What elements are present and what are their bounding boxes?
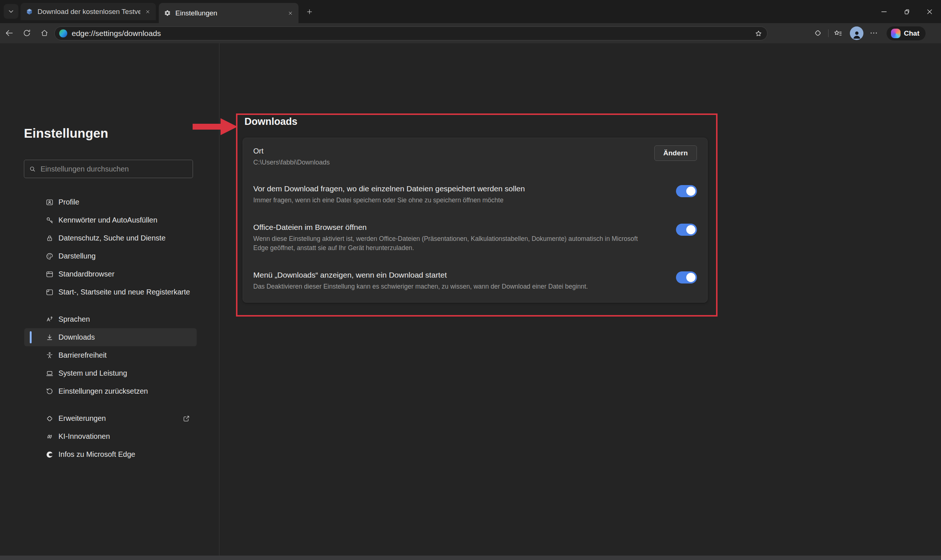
new-tab-icon — [46, 288, 54, 296]
favorites-button[interactable] — [831, 27, 844, 39]
reload-icon — [22, 29, 31, 37]
palette-icon — [46, 252, 54, 260]
sidebar-item-label: Start-, Startseite und neue Registerkart… — [59, 288, 190, 296]
reload-button[interactable] — [21, 27, 33, 39]
accessibility-icon — [46, 351, 54, 360]
favorite-star-icon[interactable] — [754, 29, 763, 38]
tab-search-button[interactable] — [4, 4, 19, 19]
sidebar-item-label: Sprachen — [59, 315, 90, 323]
setting-text: Vor dem Download fragen, wo die einzelne… — [253, 185, 676, 205]
sidebar-item-label: Darstellung — [59, 252, 96, 260]
open-office-files-row: Office-Dateien im Browser öffnen Wenn di… — [253, 223, 697, 253]
copilot-logo-icon — [891, 29, 901, 38]
window-controls — [873, 0, 941, 23]
copilot-icon — [46, 432, 54, 441]
person-icon — [851, 29, 862, 40]
key-icon — [46, 216, 54, 225]
sidebar-item-downloads[interactable]: Downloads — [24, 328, 197, 346]
close-button[interactable] — [918, 0, 941, 23]
setting-title: Vor dem Download fragen, wo die einzelne… — [253, 185, 650, 193]
lock-icon — [46, 234, 54, 242]
sidebar-item-label: Datenschutz, Suche und Dienste — [59, 234, 165, 242]
settings-nav: Profile Kennwörter und AutoAusfüllen Dat… — [24, 193, 197, 463]
back-arrow-icon — [5, 28, 14, 38]
languages-icon — [46, 315, 54, 323]
tab-einstellungen[interactable]: Einstellungen — [159, 3, 298, 23]
sidebar-item-about-edge[interactable]: Infos zu Microsoft Edge — [24, 445, 197, 463]
back-button[interactable] — [3, 27, 15, 39]
extensions-button[interactable] — [811, 27, 824, 39]
gear-icon — [164, 9, 171, 17]
sidebar-item-label: System und Leistung — [59, 369, 127, 377]
sidebar-item-passwords[interactable]: Kennwörter und AutoAusfüllen — [24, 211, 197, 229]
profile-avatar[interactable] — [850, 26, 864, 40]
search-input[interactable] — [40, 165, 188, 174]
browser-window-icon — [46, 270, 54, 278]
download-location-row: Ort C:\Users\fabbi\Downloads Ändern — [253, 147, 697, 166]
change-location-button[interactable]: Ändern — [654, 145, 697, 161]
sidebar-item-ai-innovations[interactable]: KI-Innovationen — [24, 428, 197, 445]
annotation-arrow — [193, 115, 239, 138]
settings-search-box[interactable] — [24, 160, 193, 178]
sidebar-item-privacy[interactable]: Datenschutz, Suche und Dienste — [24, 229, 197, 247]
plus-icon — [306, 8, 313, 15]
sidebar-item-start-home[interactable]: Start-, Startseite und neue Registerkart… — [24, 283, 197, 301]
external-link-icon — [183, 415, 190, 422]
sidebar-item-default-browser[interactable]: Standardbrowser — [24, 265, 197, 283]
location-label: Ort — [253, 147, 330, 155]
sidebar-item-extensions[interactable]: Erweiterungen — [24, 409, 197, 428]
search-icon — [29, 165, 36, 173]
sidebar-item-label: Downloads — [59, 333, 95, 342]
setting-description: Immer fragen, wenn ich eine Datei speich… — [253, 196, 650, 205]
ask-before-download-row: Vor dem Download fragen, wo die einzelne… — [253, 185, 697, 205]
extensions-icon — [813, 29, 822, 37]
sidebar-item-label: Infos zu Microsoft Edge — [59, 450, 135, 458]
sidebar-item-label: KI-Innovationen — [59, 432, 110, 441]
sidebar-item-label: Kennwörter und AutoAusfüllen — [59, 216, 157, 225]
setting-description: Das Deaktivieren dieser Einstellung kann… — [253, 282, 650, 291]
sidebar-item-system[interactable]: System und Leistung — [24, 364, 197, 382]
settings-more-button[interactable] — [867, 27, 880, 39]
sidebar-item-accessibility[interactable]: Barrierefreiheit — [24, 346, 197, 364]
favorites-bar-icon — [833, 29, 842, 38]
settings-page: Einstellungen Profile Kennwörter und Aut… — [0, 43, 941, 555]
show-downloads-menu-row: Menü „Downloads“ anzeigen, wenn ein Down… — [253, 271, 697, 291]
page-title: Downloads — [244, 116, 298, 128]
sidebar-item-label: Standardbrowser — [59, 270, 114, 278]
new-tab-button[interactable] — [304, 6, 315, 18]
home-button[interactable] — [38, 27, 51, 39]
profile-icon — [46, 198, 54, 206]
home-icon — [40, 29, 49, 37]
reset-icon — [46, 388, 54, 395]
sidebar-item-label: Erweiterungen — [59, 414, 106, 423]
minimize-button[interactable] — [873, 0, 895, 23]
tab-title: Einstellungen — [175, 9, 283, 17]
setting-title: Office-Dateien im Browser öffnen — [253, 223, 650, 232]
show-downloads-menu-toggle[interactable] — [676, 271, 697, 283]
tab-download-testversion[interactable]: Download der kostenlosen Testver — [21, 3, 156, 20]
address-bar[interactable]: edge://settings/downloads — [54, 26, 768, 40]
chevron-down-icon — [7, 7, 15, 15]
location-path: C:\Users\fabbi\Downloads — [253, 158, 330, 166]
browser-toolbar: edge://settings/downloads Chat — [0, 23, 941, 43]
settings-title: Einstellungen — [24, 126, 108, 141]
copilot-chat-label: Chat — [904, 29, 919, 37]
tab-close-icon[interactable] — [287, 10, 293, 16]
setting-description: Wenn diese Einstellung aktiviert ist, we… — [253, 234, 650, 253]
copilot-chat-button[interactable]: Chat — [887, 26, 926, 40]
tab-close-icon[interactable] — [145, 9, 151, 15]
open-office-files-toggle[interactable] — [676, 224, 697, 236]
window-bottom-edge — [0, 555, 941, 560]
sidebar-item-languages[interactable]: Sprachen — [24, 310, 197, 328]
sidebar-item-appearance[interactable]: Darstellung — [24, 247, 197, 265]
edge-logo-icon — [46, 451, 54, 458]
url-text[interactable]: edge://settings/downloads — [72, 29, 161, 38]
tab-bar: Download der kostenlosen Testver Einstel… — [0, 0, 941, 23]
ask-before-download-toggle[interactable] — [676, 185, 697, 197]
setting-title: Menü „Downloads“ anzeigen, wenn ein Down… — [253, 271, 650, 280]
sidebar-item-profile[interactable]: Profile — [24, 193, 197, 211]
restore-button[interactable] — [895, 0, 918, 23]
ellipsis-icon — [869, 29, 878, 37]
setting-text: Office-Dateien im Browser öffnen Wenn di… — [253, 223, 676, 253]
sidebar-item-reset[interactable]: Einstellungen zurücksetzen — [24, 382, 197, 400]
